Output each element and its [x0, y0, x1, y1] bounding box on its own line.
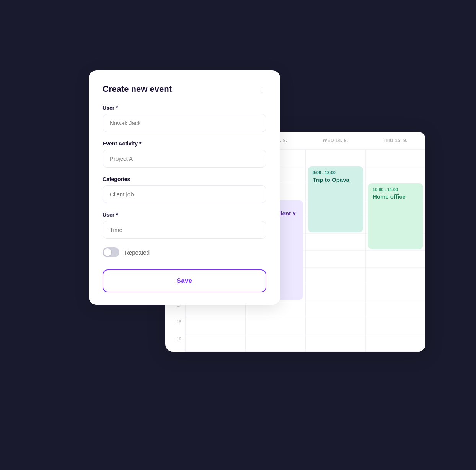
day-header-thu: THU 15. 9.	[365, 132, 425, 149]
day-thu-inner: 10:00 - 14:00 Home office	[366, 150, 425, 352]
event-title-label: Trip to Opava	[313, 176, 359, 183]
form-group-time: User *	[103, 212, 266, 239]
event-title-label: Home office	[373, 193, 419, 200]
input-time[interactable]	[103, 221, 266, 239]
event-time-label: 10:00 - 14:00	[373, 187, 419, 192]
day-col-thu: 10:00 - 14:00 Home office	[365, 150, 425, 352]
label-activity: Event Activity *	[103, 140, 266, 147]
toggle-row: Repeated	[103, 247, 266, 257]
time-19: 19	[165, 335, 185, 352]
save-button[interactable]: Save	[103, 269, 266, 292]
day-col-wed: 9:00 - 13:00 Trip to Opava	[305, 150, 365, 352]
time-18: 18	[165, 318, 185, 335]
form-card: Create new event ⋮ User * Event Activity…	[89, 70, 280, 305]
form-title: Create new event	[103, 84, 172, 94]
event-thu-home-office[interactable]: 10:00 - 14:00 Home office	[368, 183, 423, 249]
day-thu-lines	[366, 150, 425, 352]
form-group-activity: Event Activity *	[103, 140, 266, 168]
repeated-toggle[interactable]	[103, 247, 119, 257]
event-time-label: 9:00 - 13:00	[313, 170, 359, 175]
label-time: User *	[103, 212, 266, 218]
day-wed-inner: 9:00 - 13:00 Trip to Opava	[306, 150, 365, 352]
form-header: Create new event ⋮	[103, 84, 266, 94]
input-user[interactable]	[103, 114, 266, 132]
label-categories: Categories	[103, 176, 266, 182]
day-header-wed: WED 14. 9.	[305, 132, 365, 149]
form-group-categories: Categories	[103, 176, 266, 203]
scene: Create new event ⋮ User * Event Activity…	[89, 70, 387, 400]
toggle-label: Repeated	[125, 249, 150, 256]
input-activity[interactable]	[103, 150, 266, 168]
input-categories[interactable]	[103, 185, 266, 203]
label-user: User *	[103, 105, 266, 111]
event-wed-trip-opava[interactable]: 9:00 - 13:00 Trip to Opava	[308, 166, 363, 232]
more-icon[interactable]: ⋮	[258, 85, 266, 94]
form-group-user: User *	[103, 105, 266, 132]
